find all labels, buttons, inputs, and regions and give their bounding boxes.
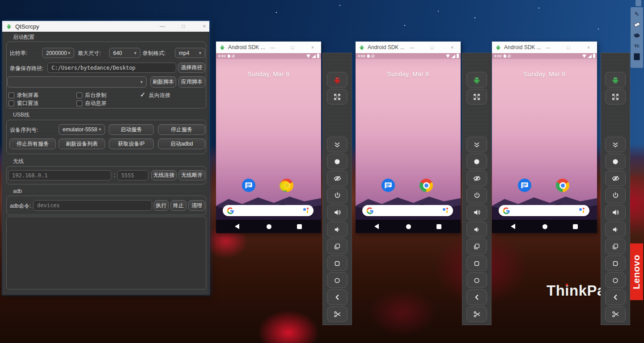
volume-down-button[interactable]: [466, 222, 487, 237]
screenshot-button[interactable]: [466, 306, 487, 322]
app-switch-button[interactable]: [466, 238, 487, 254]
clear-button[interactable]: 清理: [188, 200, 205, 211]
expand-more-button[interactable]: [327, 137, 347, 152]
get-device-ip-button[interactable]: 获取设备IP: [109, 138, 154, 149]
record-format-select[interactable]: mp4▼: [175, 48, 205, 58]
nav-home-icon[interactable]: [542, 224, 547, 229]
minimize-button[interactable]: —: [408, 42, 416, 53]
touch-button[interactable]: [605, 154, 626, 169]
background-record-checkbox[interactable]: 后台录制: [76, 92, 106, 99]
record-screen-checkbox[interactable]: 录制屏幕: [8, 92, 38, 99]
screenshot-button[interactable]: [327, 306, 347, 322]
assistant-icon[interactable]: [443, 208, 449, 213]
menu-button[interactable]: [605, 255, 626, 271]
reverse-connect-checkbox[interactable]: 反向连接: [140, 92, 170, 99]
minimize-button[interactable]: —: [544, 42, 552, 53]
wireless-port-input[interactable]: 5555: [117, 170, 148, 180]
minimize-button[interactable]: —: [154, 21, 170, 32]
fullscreen-button[interactable]: [605, 89, 626, 105]
nav-home-icon[interactable]: [267, 224, 271, 229]
maximize-button[interactable]: □: [175, 21, 191, 32]
script-select[interactable]: ▼: [7, 76, 147, 88]
start-service-button[interactable]: 启动服务: [109, 124, 154, 135]
eraser-icon[interactable]: [633, 21, 641, 28]
emulator-titlebar[interactable]: Android SDK ...—□×: [216, 42, 321, 53]
home-button[interactable]: [327, 272, 347, 288]
screen-off-button[interactable]: [327, 171, 347, 186]
expand-more-button[interactable]: [466, 137, 487, 152]
close-button[interactable]: ×: [448, 42, 456, 53]
save-path-input[interactable]: C:/Users/bytedance/Desktop: [47, 63, 176, 73]
messages-icon[interactable]: [518, 179, 531, 192]
wireless-ip-input[interactable]: 192.168.0.1: [8, 170, 111, 180]
close-button[interactable]: ×: [309, 42, 317, 53]
power-button[interactable]: [327, 188, 347, 203]
app-switch-button[interactable]: [327, 238, 347, 254]
phone-screen[interactable]: 3:02 Sunday, Mar 8: [356, 53, 461, 233]
marker-icon[interactable]: [633, 32, 641, 39]
nav-recents-icon[interactable]: [436, 224, 441, 229]
execute-button[interactable]: 执行: [154, 200, 169, 211]
nav-recents-icon[interactable]: [297, 224, 302, 229]
volume-down-button[interactable]: [327, 222, 347, 237]
screenshot-button[interactable]: [605, 306, 626, 322]
device-serial-select[interactable]: emulator-5558▼: [59, 124, 105, 135]
emulator-titlebar[interactable]: Android SDK ...—□×: [492, 42, 597, 53]
nav-recents-icon[interactable]: [573, 224, 578, 229]
stop-all-services-button[interactable]: 停止所有服务: [9, 138, 56, 149]
window-on-top-checkbox[interactable]: 窗口置顶: [8, 100, 38, 107]
nav-back-icon[interactable]: [374, 224, 379, 229]
android-menu-button[interactable]: [466, 72, 487, 88]
back-button[interactable]: [327, 289, 347, 305]
color-swatch[interactable]: [633, 53, 641, 60]
apply-script-button[interactable]: 应用脚本: [178, 76, 205, 88]
touch-button[interactable]: [327, 154, 347, 169]
nav-home-icon[interactable]: [406, 224, 411, 229]
chrome-icon[interactable]: [556, 179, 569, 192]
volume-up-button[interactable]: [466, 205, 487, 220]
choose-path-button[interactable]: 选择路径: [178, 63, 205, 73]
wireless-connect-button[interactable]: 无线连接: [151, 170, 177, 180]
volume-up-button[interactable]: [605, 205, 626, 220]
maximize-button[interactable]: □: [428, 42, 436, 53]
refresh-script-button[interactable]: 刷新脚本: [150, 76, 176, 88]
assistant-icon[interactable]: [579, 208, 585, 213]
messages-icon[interactable]: [381, 179, 395, 192]
touch-button[interactable]: [466, 154, 487, 169]
google-search-bar[interactable]: [362, 205, 453, 216]
home-button[interactable]: [466, 272, 487, 288]
maximize-button[interactable]: □: [564, 42, 572, 53]
menu-button[interactable]: [327, 255, 347, 271]
fullscreen-button[interactable]: [327, 89, 347, 105]
pencil-icon[interactable]: ✎: [633, 10, 641, 17]
phone-screen[interactable]: 3:02 Sunday, Mar 8: [492, 53, 597, 233]
assistant-icon[interactable]: [303, 208, 309, 213]
emulator-titlebar[interactable]: Android SDK ...—□×: [356, 42, 461, 53]
google-search-bar[interactable]: [499, 205, 589, 216]
max-size-select[interactable]: 640▼: [109, 48, 140, 58]
volume-down-button[interactable]: [605, 222, 626, 237]
power-button[interactable]: [605, 188, 626, 203]
nav-back-icon[interactable]: [235, 224, 239, 229]
maximize-button[interactable]: □: [288, 42, 297, 53]
app-switch-button[interactable]: [605, 238, 626, 254]
close-button[interactable]: ×: [196, 21, 212, 32]
bitrate-select[interactable]: 2000000▼: [42, 48, 74, 58]
terminate-button[interactable]: 终止: [170, 200, 186, 211]
expand-more-button[interactable]: [605, 137, 626, 152]
fullscreen-button[interactable]: [466, 89, 487, 105]
google-search-bar[interactable]: [223, 205, 314, 216]
menu-button[interactable]: [466, 255, 487, 271]
wireless-disconnect-button[interactable]: 无线断开: [178, 170, 205, 180]
start-adbd-button[interactable]: 启动adbd: [158, 138, 205, 149]
stop-service-button[interactable]: 停止服务: [158, 124, 205, 135]
close-button[interactable]: ×: [585, 42, 593, 53]
chrome-icon[interactable]: [419, 179, 433, 192]
nav-back-icon[interactable]: [511, 224, 515, 229]
console-output[interactable]: [6, 217, 206, 289]
back-button[interactable]: [466, 289, 487, 305]
android-menu-button[interactable]: [605, 72, 626, 88]
refresh-device-list-button[interactable]: 刷新设备列表: [59, 138, 105, 149]
auto-screen-off-checkbox[interactable]: 自动息屏: [76, 100, 106, 107]
minimize-button[interactable]: —: [268, 42, 276, 53]
